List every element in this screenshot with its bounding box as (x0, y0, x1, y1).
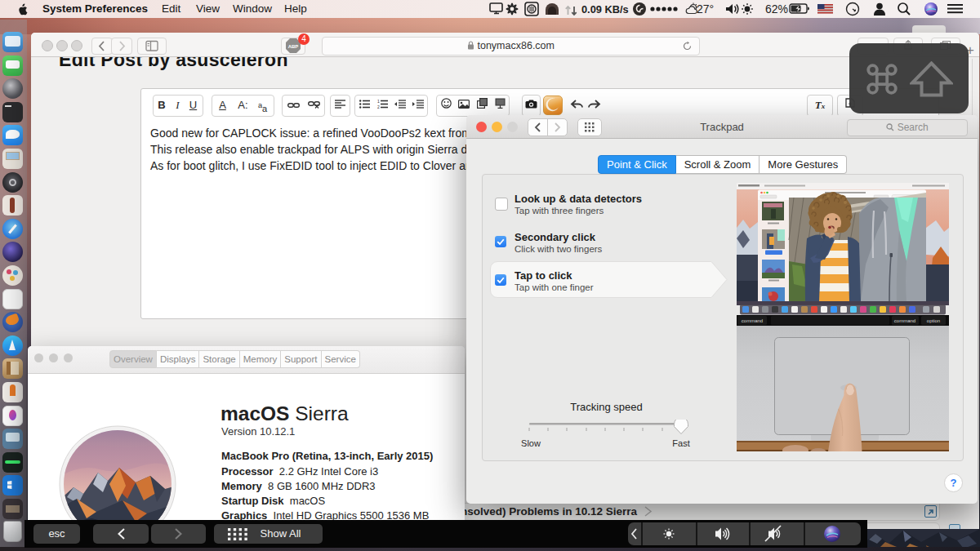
svg-text:0.09 KB/s: 0.09 KB/s (581, 3, 629, 16)
svg-text:command: command (894, 318, 915, 323)
svg-text:Slow: Slow (521, 438, 541, 448)
svg-text:62%: 62% (765, 2, 788, 16)
svg-text:1: 1 (377, 100, 380, 104)
svg-text:27°: 27° (697, 2, 714, 16)
svg-text:option: option (927, 318, 940, 323)
svg-text:ABP: ABP (288, 44, 299, 49)
svg-text:Fast: Fast (672, 438, 689, 448)
svg-text:2: 2 (377, 104, 380, 109)
svg-text:command: command (742, 318, 763, 323)
